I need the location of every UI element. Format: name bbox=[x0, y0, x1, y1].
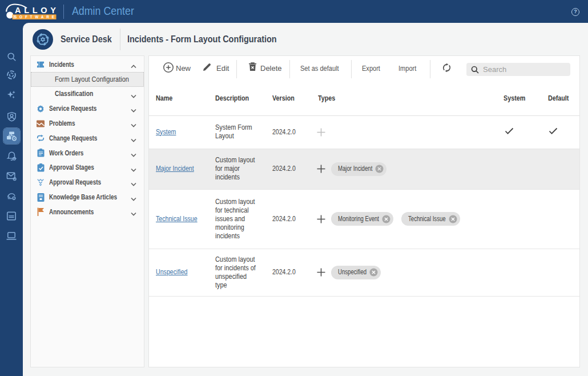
svg-text:ALLOY: ALLOY bbox=[15, 6, 56, 15]
svg-text:SOFTWARE: SOFTWARE bbox=[14, 15, 55, 19]
